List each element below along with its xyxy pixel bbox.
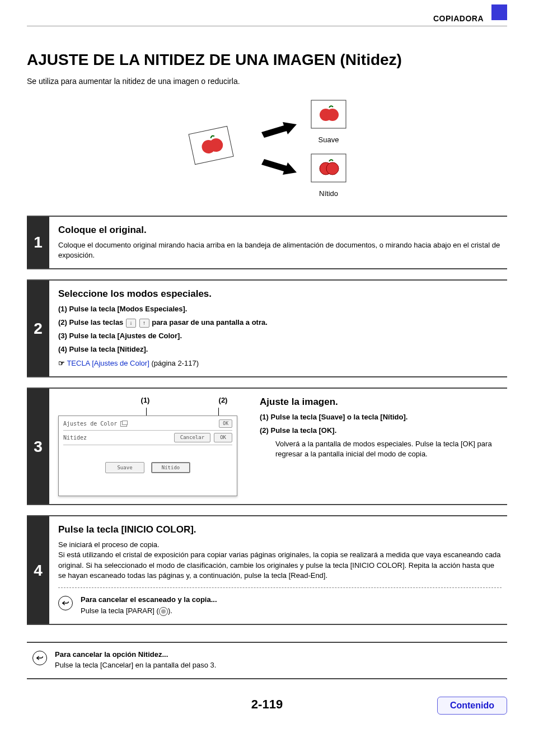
step-4: 4 Pulse la tecla [INICIO COLOR]. Se inic… [27, 515, 507, 625]
pointer-icon: ☞ [58, 359, 65, 367]
back-arrow-icon [32, 651, 47, 665]
arrow-down-icon [259, 157, 298, 177]
screen-header-label: Ajustes de Color [63, 420, 117, 428]
illustration-arrows [259, 120, 298, 177]
sharp-label: Nítido [309, 189, 348, 199]
final-note-text: Pulse la tecla [Cancelar] en la pantalla… [55, 660, 216, 670]
layers-icon [120, 421, 127, 427]
illustration: Suave Nítido [27, 98, 507, 199]
step-1: 1 Coloque el original. Coloque el docume… [27, 216, 507, 269]
step-3-number: 3 [27, 389, 49, 505]
section-header: COPIADORA [433, 13, 484, 25]
illustration-soft: Suave [309, 98, 348, 145]
screen-ok-top-button[interactable]: OK [219, 419, 232, 428]
page-subtitle: Se utiliza para aumentar la nitidez de u… [27, 76, 507, 87]
illustration-source [186, 122, 242, 175]
step-4-p1: Se iniciará el proceso de copia. [58, 540, 502, 550]
screen-nitidez-label: Nitidez [63, 434, 87, 442]
screen-sharp-button[interactable]: Nítido [151, 462, 190, 474]
back-arrow-icon [58, 596, 73, 610]
step-2-title: Seleccione los modos especiales. [58, 287, 502, 301]
illustration-sharp: Nítido [309, 152, 348, 199]
step-4-number: 4 [27, 516, 49, 624]
soft-label: Suave [309, 135, 348, 145]
contents-button[interactable]: Contenido [437, 697, 507, 715]
step-2-sub2: (2) Pulse las teclas ↓ ↑ para pasar de u… [58, 318, 502, 328]
svg-marker-4 [261, 159, 297, 175]
section-tab [491, 4, 507, 20]
step-4-cancel-note: Para cancelar el escaneado y la copia...… [58, 595, 502, 616]
step-2-sub1: (1) Pulse la tecla [Modos Especiales]. [58, 304, 502, 314]
cancel-scan-title: Para cancelar el escaneado y la copia... [81, 595, 217, 605]
screen-ok-mid-button[interactable]: OK [214, 433, 232, 442]
screen-callouts: (1) (2) [58, 395, 243, 408]
step-3-sub1: (1) Pulse la tecla [Suave] o la tecla [N… [260, 412, 502, 422]
step-3: 3 (1) (2) Ajustes de Color OK [27, 388, 507, 506]
svg-point-10 [326, 162, 339, 175]
step-1-text: Coloque el documento original mirando ha… [58, 240, 502, 260]
screen-soft-button[interactable]: Suave [105, 462, 144, 474]
arrow-up-icon [259, 120, 298, 140]
screen-cancel-button[interactable]: Cancelar [174, 433, 210, 442]
step-1-title: Coloque el original. [58, 223, 502, 237]
step-3-sub2-label: (2) Pulse la tecla [OK]. [260, 426, 502, 436]
final-note: Para cancelar la opción Nitidez... Pulse… [27, 642, 507, 679]
arrow-down-key-icon: ↓ [126, 319, 136, 328]
reference-link[interactable]: TECLA [Ajustes de Color] [67, 359, 149, 367]
step-4-p2: Si está utilizando el cristal de exposic… [58, 550, 502, 581]
step-2-sub3: (3) Pulse la tecla [Ajustes de Color]. [58, 331, 502, 341]
step-2-sub4: (4) Pulse la tecla [Nitidez]. [58, 344, 502, 354]
page-number: 2-119 [27, 696, 507, 713]
arrow-up-key-icon: ↑ [139, 319, 149, 328]
step-3-title: Ajuste la imagen. [260, 395, 502, 409]
step-1-number: 1 [27, 217, 49, 268]
screen-panel: Ajustes de Color OK Nitidez Cancelar OK [58, 416, 237, 496]
final-note-title: Para cancelar la opción Nitidez... [55, 650, 168, 659]
step-2-reference: ☞ TECLA [Ajustes de Color] (página 2-117… [58, 358, 502, 368]
step-4-title: Pulse la tecla [INICIO COLOR]. [58, 523, 502, 536]
page-title: AJUSTE DE LA NITIDEZ DE UNA IMAGEN (Niti… [27, 49, 507, 71]
step-2-number: 2 [27, 281, 49, 376]
svg-point-7 [326, 109, 339, 121]
svg-marker-3 [261, 122, 297, 138]
stop-icon [159, 607, 168, 616]
header-line: COPIADORA [27, 13, 507, 26]
step-3-sub2-text: Volverá a la pantalla de modos especiale… [275, 439, 502, 459]
step-2: 2 Seleccione los modos especiales. (1) P… [27, 279, 507, 377]
